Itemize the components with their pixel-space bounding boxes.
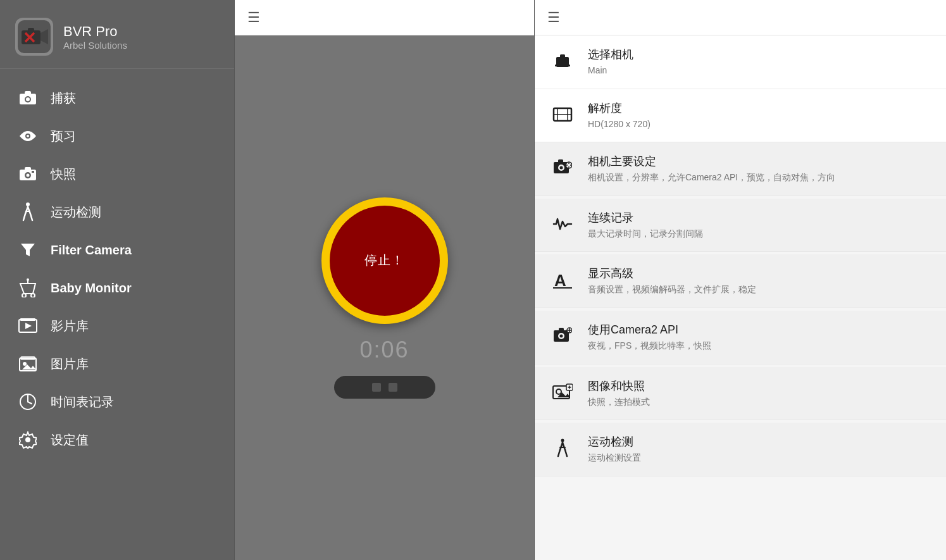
sidebar-item-snapshot-label: 快照 (51, 166, 76, 183)
svg-point-31 (27, 394, 29, 396)
sidebar-item-video-lib[interactable]: 影片库 (0, 307, 234, 345)
baby-icon (18, 278, 38, 298)
svg-line-30 (28, 402, 32, 404)
sidebar-item-photo-lib[interactable]: 图片库 (0, 345, 234, 383)
settings-item-resolution[interactable]: 解析度 HD(1280 x 720) (535, 89, 946, 143)
settings-subtitle-select-camera: Main (588, 65, 931, 77)
settings-title-image-snapshot: 图像和快照 (588, 378, 931, 394)
settings-icon (18, 430, 38, 450)
camera-select-icon (550, 48, 575, 73)
settings-item-select-camera[interactable]: 选择相机 Main (535, 35, 946, 89)
app-info: BVR Pro Arbel Solutions (63, 23, 127, 51)
svg-rect-15 (32, 171, 34, 173)
svg-point-60 (556, 389, 561, 394)
settings-item-continuous[interactable]: 连续记录 最大记录时间，记录分割间隔 (535, 199, 946, 252)
image-snapshot-icon (550, 380, 575, 405)
photo-library-icon (18, 354, 38, 374)
svg-point-14 (27, 174, 30, 177)
sidebar-item-capture[interactable]: 捕获 (0, 79, 234, 117)
settings-text-display-advanced: 显示高级 音频设置，视频编解码器，文件扩展，稳定 (588, 266, 931, 296)
svg-rect-12 (25, 167, 31, 171)
middle-panel: ☰ 停止！ 0:06 (234, 0, 535, 560)
sidebar-item-snapshot[interactable]: 快照 (0, 155, 234, 193)
svg-rect-22 (20, 318, 35, 321)
record-stop-button[interactable]: 停止！ (330, 206, 440, 316)
sidebar-item-filter[interactable]: Filter Camera (0, 231, 234, 269)
sidebar-item-settings[interactable]: 设定值 (0, 421, 234, 459)
track-dot-right (389, 383, 397, 392)
settings-subtitle-image-snapshot: 快照，连拍模式 (588, 396, 931, 409)
display-advanced-icon: A (550, 267, 575, 292)
settings-item-display-advanced[interactable]: A 显示高级 音频设置，视频编解码器，文件扩展，稳定 (535, 254, 946, 308)
settings-subtitle-motion-detect: 运动检测设置 (588, 452, 931, 464)
sidebar-item-timelapse[interactable]: 时间表记录 (0, 383, 234, 421)
svg-point-44 (560, 166, 563, 170)
svg-point-65 (561, 439, 564, 442)
settings-subtitle-camera2: 夜视，FPS，视频比特率，快照 (588, 340, 931, 352)
svg-rect-1 (28, 28, 34, 32)
settings-text-motion-detect: 运动检测 运动检测设置 (588, 434, 931, 464)
sidebar-item-timelapse-label: 时间表记录 (51, 394, 114, 411)
svg-point-16 (26, 202, 30, 206)
camera-settings-icon (550, 155, 575, 180)
right-toolbar: ☰ (535, 0, 946, 35)
svg-marker-61 (557, 392, 570, 397)
settings-text-camera-main: 相机主要设定 相机设置，分辨率，允许Camera2 API，预览，自动对焦，方向 (588, 154, 931, 184)
svg-point-20 (27, 278, 29, 281)
settings-item-camera-main[interactable]: 相机主要设定 相机设置，分辨率，允许Camera2 API，预览，自动对焦，方向 (535, 142, 946, 196)
settings-title-continuous: 连续记录 (588, 210, 931, 225)
settings-title-display-advanced: 显示高级 (588, 266, 931, 281)
record-button-label: 停止！ (364, 252, 404, 269)
svg-rect-34 (560, 54, 565, 58)
sidebar-nav: 捕获 预习 (0, 74, 234, 560)
sidebar-item-baby[interactable]: Baby Monitor (0, 269, 234, 307)
settings-text-image-snapshot: 图像和快照 快照，连拍模式 (588, 378, 931, 409)
video-library-icon (18, 316, 38, 336)
sidebar-item-capture-label: 捕获 (51, 90, 76, 107)
resolution-icon (550, 102, 575, 127)
svg-rect-35 (555, 65, 557, 66)
svg-rect-36 (568, 65, 570, 66)
svg-point-55 (560, 334, 563, 337)
settings-list: 选择相机 Main 解析度 HD(1280 x 720) (535, 35, 946, 560)
sidebar-item-photo-lib-label: 图片库 (51, 356, 89, 373)
filter-icon (18, 240, 38, 260)
sidebar-item-settings-label: 设定值 (51, 432, 89, 449)
settings-subtitle-resolution: HD(1280 x 720) (588, 118, 931, 131)
right-menu-icon[interactable]: ☰ (547, 9, 560, 26)
settings-text-resolution: 解析度 HD(1280 x 720) (588, 101, 931, 131)
app-logo-icon (20, 27, 48, 47)
settings-title-resolution: 解析度 (588, 101, 931, 116)
settings-item-image-snapshot[interactable]: 图像和快照 快照，连拍模式 (535, 367, 946, 421)
sidebar-item-preview[interactable]: 预习 (0, 117, 234, 155)
settings-text-select-camera: 选择相机 Main (588, 47, 931, 77)
svg-marker-17 (21, 244, 35, 256)
timelapse-icon (18, 392, 38, 412)
app-logo-inner (18, 20, 51, 53)
sidebar: BVR Pro Arbel Solutions 捕获 (0, 0, 234, 560)
camera-alt-icon (18, 164, 38, 184)
sidebar-item-video-lib-label: 影片库 (51, 318, 89, 335)
settings-subtitle-display-advanced: 音频设置，视频编解码器，文件扩展，稳定 (588, 283, 931, 296)
camera-icon (18, 88, 38, 108)
settings-item-motion-detect[interactable]: 运动检测 运动检测设置 (535, 423, 946, 476)
svg-rect-42 (558, 159, 563, 163)
svg-point-10 (27, 135, 29, 137)
settings-subtitle-camera-main: 相机设置，分辨率，允许Camera2 API，预览，自动对焦，方向 (588, 171, 931, 184)
app-name: BVR Pro (63, 23, 127, 40)
middle-menu-icon[interactable]: ☰ (247, 9, 260, 26)
sidebar-item-baby-label: Baby Monitor (51, 281, 132, 296)
camera2-icon (550, 323, 575, 349)
continuous-icon (550, 211, 575, 237)
app-subtitle: Arbel Solutions (63, 40, 127, 51)
middle-content: 停止！ 0:06 (235, 35, 534, 560)
sidebar-item-motion[interactable]: 运动检测 (0, 193, 234, 231)
settings-subtitle-continuous: 最大记录时间，记录分割间隔 (588, 228, 931, 240)
settings-title-motion-detect: 运动检测 (588, 434, 931, 449)
record-button-outer: 停止！ (321, 197, 448, 324)
settings-item-camera2[interactable]: 使用Camera2 API 夜视，FPS，视频比特率，快照 (535, 311, 946, 364)
playback-track[interactable] (334, 376, 435, 399)
app-logo (15, 18, 53, 56)
settings-text-camera2: 使用Camera2 API 夜视，FPS，视频比特率，快照 (588, 322, 931, 352)
svg-point-26 (23, 362, 27, 366)
